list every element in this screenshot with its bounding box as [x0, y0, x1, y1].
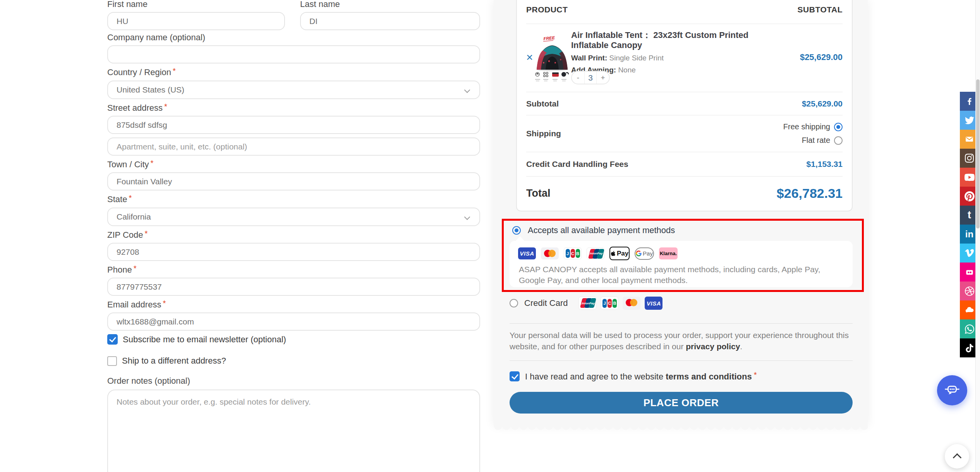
payment-method-description: ASAP CANOPY accepts all available paymen… [519, 264, 836, 286]
last-name-label: Last name [300, 0, 480, 9]
jcb-icon: JCB [564, 247, 582, 259]
product-thumbnail[interactable]: FREE [534, 36, 570, 83]
ship-different-row: Ship to a different address? [107, 356, 480, 366]
email-label: Email address* [107, 299, 480, 309]
unionpay-icon: UnionPay [587, 247, 604, 259]
visa-icon: VISA [645, 297, 662, 310]
free-badge: FREE [543, 36, 555, 41]
fees-value: $1,153.31 [807, 160, 843, 169]
unionpay-icon: UnionPay [578, 297, 596, 310]
line-item-subtotal: $25,629.00 [800, 52, 843, 62]
required-asterisk: * [164, 102, 167, 111]
ship-different-checkbox[interactable] [107, 356, 117, 366]
all-payment-methods-label: Accepts all available payment methods [528, 225, 675, 235]
payment-method-description-bubble: VISA JCB UnionPay Pay [510, 241, 853, 287]
subscribe-newsletter-checkbox[interactable] [107, 334, 118, 345]
all-payment-methods-radio[interactable] [512, 226, 521, 235]
subtotal-value: $25,629.00 [802, 99, 843, 108]
chat-robot-icon [944, 382, 961, 399]
street-address2-field[interactable] [107, 137, 480, 156]
apple-pay-icon: Pay [609, 247, 630, 260]
state-label: State* [107, 194, 480, 204]
phone-label: Phone* [107, 264, 480, 274]
resize-handle-icon[interactable] [472, 470, 478, 472]
required-asterisk: * [145, 229, 148, 238]
last-name-field[interactable] [300, 12, 480, 30]
quantity-decrease-button[interactable]: - [572, 72, 584, 84]
order-notes-field[interactable] [107, 390, 480, 472]
fees-label: Credit Card Handling Fees [526, 160, 628, 169]
chat-widget-button[interactable] [937, 375, 967, 405]
place-order-button[interactable]: PLACE ORDER [510, 392, 853, 414]
mastercard-icon [623, 297, 640, 310]
company-field[interactable] [107, 45, 480, 64]
country-label: Country / Region* [107, 67, 480, 77]
scrollbar-thumb[interactable] [976, 79, 980, 228]
credit-card-radio[interactable] [510, 299, 518, 307]
first-name-field[interactable] [107, 12, 285, 30]
quantity-stepper: - 3 + [571, 71, 610, 84]
quantity-value[interactable]: 3 [584, 72, 597, 84]
highlighted-payment-method-box: Accepts all available payment methods VI… [502, 219, 864, 292]
phone-field[interactable] [107, 278, 480, 296]
payment-brand-icons: VISA JCB UnionPay Pay [518, 247, 678, 260]
klarna-icon: Klarna. [659, 247, 678, 259]
ship-different-label: Ship to a different address? [122, 356, 226, 366]
email-field[interactable] [107, 312, 480, 331]
jcb-icon: JCB [601, 297, 618, 310]
product-title[interactable]: Air Inflatable Tent： 23x23ft Custom Prin… [571, 30, 788, 50]
shipping-option-free[interactable]: Free shipping [783, 122, 843, 131]
subscribe-newsletter-label: Subscribe me to email newsletter (option… [123, 335, 286, 345]
quantity-increase-button[interactable]: + [597, 72, 609, 84]
required-asterisk: * [151, 159, 154, 167]
shipping-option-flat[interactable]: Flat rate [802, 136, 843, 145]
chevron-down-icon [464, 214, 470, 220]
cart-item-row: × FREE [526, 24, 843, 92]
mastercard-icon [541, 247, 559, 259]
total-label: Total [526, 187, 551, 199]
visa-icon: VISA [518, 247, 536, 259]
chevron-down-icon [464, 87, 470, 93]
page-scrollbar[interactable] [975, 0, 980, 472]
product-column-header: PRODUCT [526, 5, 568, 14]
street-address-field[interactable] [107, 116, 480, 134]
divider [510, 360, 853, 361]
fees-row: Credit Card Handling Fees $1,153.31 [526, 152, 843, 177]
order-table-header: PRODUCT SUBTOTAL [526, 0, 843, 24]
remove-item-button[interactable]: × [526, 51, 533, 63]
country-select[interactable]: United States (US) [107, 81, 480, 99]
shipping-label: Shipping [526, 129, 561, 138]
order-review-card: PRODUCT SUBTOTAL × FREE [494, 0, 868, 426]
state-select[interactable]: California [107, 208, 480, 226]
company-label: Company name (optional) [107, 33, 480, 42]
zip-field[interactable] [107, 243, 480, 261]
privacy-notice: Your personal data will be used to proce… [510, 330, 853, 352]
required-asterisk: * [163, 299, 166, 307]
city-field[interactable] [107, 172, 480, 191]
credit-card-brand-icons: UnionPay JCB VISA [578, 297, 662, 310]
total-row: Total $26,782.31 [526, 177, 843, 210]
terms-and-conditions-link[interactable]: terms and conditions [666, 372, 752, 381]
privacy-policy-link[interactable]: privacy policy [686, 342, 740, 351]
subscribe-newsletter-row: Subscribe me to email newsletter (option… [107, 334, 480, 345]
subtotal-label: Subtotal [526, 99, 559, 108]
credit-card-label: Credit Card [524, 298, 568, 308]
terms-row: I have read and agree to the website ter… [510, 371, 757, 382]
scroll-to-top-button[interactable] [945, 444, 969, 469]
shipping-row: Shipping Free shipping Flat rate [526, 115, 843, 152]
chevron-up-icon [953, 453, 961, 462]
required-asterisk: * [134, 264, 137, 273]
terms-label: I have read and agree to the website ter… [525, 371, 757, 382]
included-accessory-icons [535, 72, 568, 81]
credit-card-option-row: Credit Card UnionPay JCB VISA [510, 297, 662, 310]
city-label: Town / City* [107, 159, 480, 169]
divider [510, 323, 853, 324]
free-shipping-radio[interactable] [834, 123, 843, 131]
google-pay-icon: Pay [635, 247, 654, 260]
street-label: Street address* [107, 102, 480, 112]
flat-rate-radio[interactable] [834, 136, 843, 145]
subtotal-column-header: SUBTOTAL [798, 5, 843, 14]
required-asterisk: * [129, 194, 132, 202]
terms-checkbox[interactable] [510, 371, 520, 381]
first-name-label: First name [107, 0, 285, 9]
